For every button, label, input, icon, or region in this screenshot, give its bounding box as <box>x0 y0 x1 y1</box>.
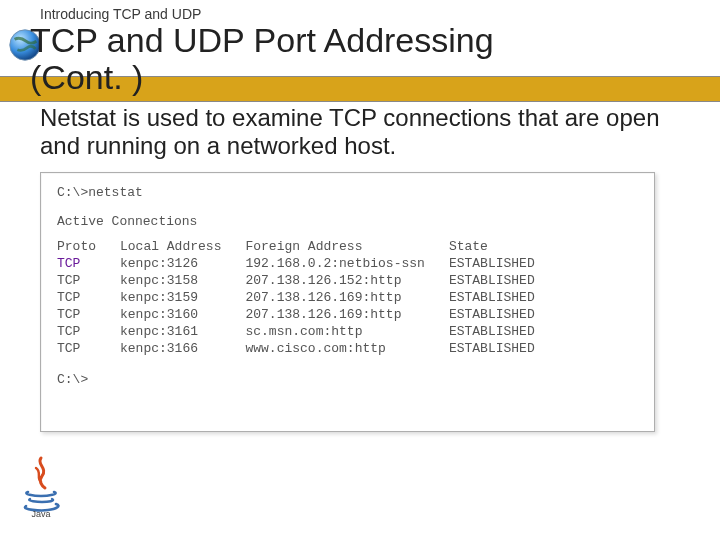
slide-title: TCP and UDP Port Addressing (Cont. ) <box>30 22 494 97</box>
cell-state: ESTABLISHED <box>449 324 559 341</box>
cell-local: kenpc:3158 <box>120 273 245 290</box>
cell-foreign: www.cisco.com:http <box>245 341 448 358</box>
cell-local: kenpc:3159 <box>120 290 245 307</box>
java-logo-label: Java <box>31 509 50 518</box>
cell-state: ESTABLISHED <box>449 290 559 307</box>
cell-foreign: 207.138.126.152:http <box>245 273 448 290</box>
cell-proto: TCP <box>57 273 120 290</box>
col-proto: Proto <box>57 239 120 256</box>
cell-foreign: 207.138.126.169:http <box>245 307 448 324</box>
cell-local: kenpc:3166 <box>120 341 245 358</box>
slide-kicker: Introducing TCP and UDP <box>40 6 201 22</box>
table-row: TCPkenpc:3166www.cisco.com:httpESTABLISH… <box>57 341 559 358</box>
table-header-row: Proto Local Address Foreign Address Stat… <box>57 239 559 256</box>
cell-proto: TCP <box>57 290 120 307</box>
terminal-window: C:\>netstat Active Connections Proto Loc… <box>40 172 655 432</box>
table-row: TCPkenpc:3158207.138.126.152:httpESTABLI… <box>57 273 559 290</box>
cell-local: kenpc:3160 <box>120 307 245 324</box>
table-row: TCPkenpc:3126192.168.0.2:netbios-ssnESTA… <box>57 256 559 273</box>
table-row: TCPkenpc:3160207.138.126.169:httpESTABLI… <box>57 307 559 324</box>
cell-foreign: 192.168.0.2:netbios-ssn <box>245 256 448 273</box>
cell-state: ESTABLISHED <box>449 273 559 290</box>
col-state: State <box>449 239 559 256</box>
connections-tbody: TCPkenpc:3126192.168.0.2:netbios-ssnESTA… <box>57 256 559 358</box>
table-row: TCPkenpc:3159207.138.126.169:httpESTABLI… <box>57 290 559 307</box>
cell-proto: TCP <box>57 324 120 341</box>
cell-local: kenpc:3161 <box>120 324 245 341</box>
col-local: Local Address <box>120 239 245 256</box>
connections-table: Proto Local Address Foreign Address Stat… <box>57 239 559 358</box>
cell-local: kenpc:3126 <box>120 256 245 273</box>
cell-foreign: 207.138.126.169:http <box>245 290 448 307</box>
terminal-prompt-end: C:\> <box>57 372 638 387</box>
cell-state: ESTABLISHED <box>449 307 559 324</box>
terminal-prompt-command: C:\>netstat <box>57 185 638 200</box>
java-logo-icon: Java <box>18 454 64 518</box>
cell-state: ESTABLISHED <box>449 341 559 358</box>
cell-proto: TCP <box>57 341 120 358</box>
cell-foreign: sc.msn.com:http <box>245 324 448 341</box>
table-row: TCPkenpc:3161sc.msn.com:httpESTABLISHED <box>57 324 559 341</box>
cell-proto: TCP <box>57 256 120 273</box>
cell-proto: TCP <box>57 307 120 324</box>
col-foreign: Foreign Address <box>245 239 448 256</box>
cell-state: ESTABLISHED <box>449 256 559 273</box>
terminal-active-connections-label: Active Connections <box>57 214 638 229</box>
slide-body: Netstat is used to examine TCP connectio… <box>40 104 680 159</box>
slide: Introducing TCP and UDP TCP and UDP Port… <box>0 0 720 540</box>
